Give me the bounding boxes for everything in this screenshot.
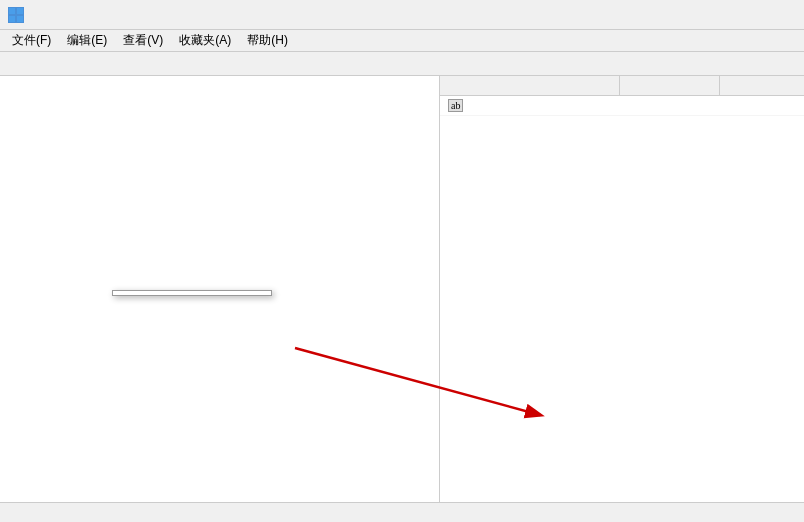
svg-rect-0 bbox=[9, 8, 15, 14]
window-controls bbox=[658, 0, 796, 30]
col-data bbox=[720, 76, 804, 95]
address-bar bbox=[0, 52, 804, 76]
menu-item-e[interactable]: 编辑(E) bbox=[59, 30, 115, 51]
menu-bar: 文件(F)编辑(E)查看(V)收藏夹(A)帮助(H) bbox=[0, 30, 804, 52]
value-panel: ab bbox=[440, 76, 804, 502]
menu-item-f[interactable]: 文件(F) bbox=[4, 30, 59, 51]
minimize-button[interactable] bbox=[658, 0, 704, 30]
col-name bbox=[440, 76, 620, 95]
column-headers bbox=[440, 76, 804, 96]
value-name: ab bbox=[440, 99, 620, 112]
menu-item-h[interactable]: 帮助(H) bbox=[239, 30, 296, 51]
maximize-button[interactable] bbox=[704, 0, 750, 30]
value-type-icon: ab bbox=[448, 99, 463, 112]
main-content: ab bbox=[0, 76, 804, 502]
menu-item-v[interactable]: 查看(V) bbox=[115, 30, 171, 51]
context-menu bbox=[112, 290, 272, 296]
col-type bbox=[620, 76, 720, 95]
svg-rect-1 bbox=[17, 8, 23, 14]
menu-item-a[interactable]: 收藏夹(A) bbox=[171, 30, 239, 51]
registry-value-row[interactable]: ab bbox=[440, 96, 804, 116]
svg-rect-2 bbox=[9, 16, 15, 22]
registry-tree[interactable] bbox=[0, 76, 440, 502]
app-icon bbox=[8, 7, 24, 23]
status-bar bbox=[0, 502, 804, 522]
close-button[interactable] bbox=[750, 0, 796, 30]
svg-rect-3 bbox=[17, 16, 23, 22]
title-bar bbox=[0, 0, 804, 30]
